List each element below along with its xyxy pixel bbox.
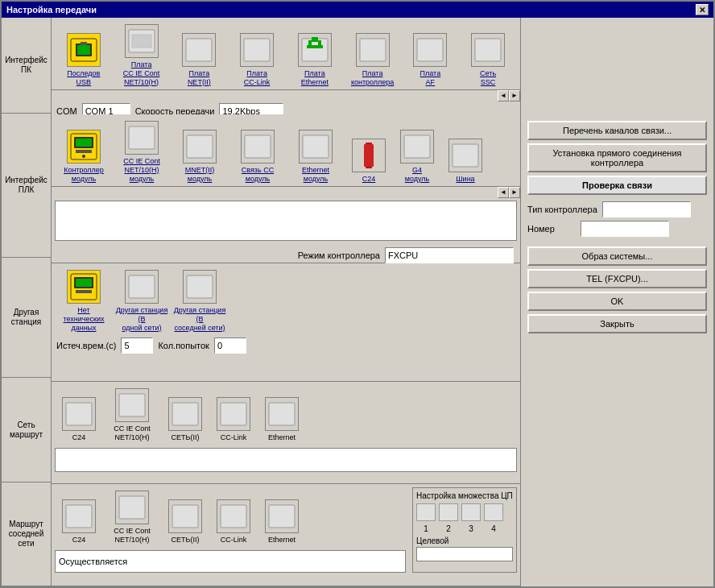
cpu-num-3: 3: [461, 524, 481, 533]
icon-nr-c24[interactable]: C24: [55, 395, 103, 444]
icon-rn-sety[interactable]: СЕТЬ(II): [161, 498, 209, 546]
net-icons-row: C24 CC IE ContNET/10(H): [52, 382, 520, 445]
icon-controller-module[interactable]: Контроллермодуль: [55, 128, 113, 185]
sidebar-item-net-route: Сеть маршрут: [2, 378, 51, 482]
icon-no-tech-data[interactable]: Нет техническихданных: [55, 268, 113, 333]
net-route-info: [55, 448, 517, 472]
icon-nr-cc-link[interactable]: CC-Link: [209, 395, 258, 444]
icon-label-rn-c24: C24: [72, 536, 86, 545]
icon-label-bus-module: Шина: [456, 175, 474, 184]
icon-bus-module[interactable]: Шина: [441, 137, 490, 185]
btn-check-connection[interactable]: Проверка связи: [527, 176, 707, 195]
timeout-label: Истеч.врем.(с): [56, 341, 116, 350]
multi-cpu-box: Настройка множества ЦП 1 2 3: [412, 487, 517, 574]
section-interface-pc: ПоследовUSB ПлатаCC IE ContNET/10(H): [52, 18, 520, 114]
icon-rn-ethernet[interactable]: Ethernet: [258, 498, 306, 546]
btn-close[interactable]: Закрыть: [527, 314, 707, 333]
cpu-slot-1[interactable]: [416, 503, 436, 521]
svg-rect-23: [245, 135, 271, 158]
scroll-left-plc[interactable]: ◄: [498, 187, 509, 198]
btn-tel[interactable]: TEL (FXCPU)...: [527, 269, 707, 288]
btn-system-image[interactable]: Образ системы...: [527, 246, 707, 266]
icon-c24-module[interactable]: C24: [345, 137, 393, 185]
svg-rect-3: [81, 42, 87, 45]
svg-rect-39: [269, 403, 295, 425]
btn-channel-list[interactable]: Перечень каналов связи...: [527, 121, 707, 140]
icon-rn-cc-link[interactable]: CC-Link: [209, 498, 258, 546]
icon-label-rn-sety: СЕТЬ(II): [172, 536, 200, 545]
icon-label-net-ii: ПлатаNET(II): [188, 69, 211, 87]
route-neighbor-left: C24 CC IE ContNET/10(H): [52, 484, 409, 577]
section-other-station: Нет техническихданных Другая станция (Во…: [52, 263, 520, 382]
svg-rect-18: [76, 139, 92, 147]
icon-rn-cc-ie[interactable]: CC IE ContNET/10(H): [103, 489, 161, 546]
svg-rect-31: [76, 279, 92, 287]
controller-type-input[interactable]: [602, 201, 691, 217]
icon-controller-board[interactable]: Платаконтроллера: [344, 31, 402, 89]
icon-ethernet-board[interactable]: ПлатаEthernet: [286, 31, 344, 89]
scroll-left-pc[interactable]: ◄: [498, 90, 509, 101]
right-spacer-top: [524, 21, 710, 118]
cpu-num-4: 4: [484, 524, 503, 533]
icon-same-net[interactable]: Другая станция (Водной сети): [113, 268, 171, 333]
cpu-slot-4[interactable]: [484, 503, 503, 521]
icon-nr-ethernet[interactable]: Ethernet: [258, 395, 306, 444]
svg-rect-13: [360, 39, 386, 61]
sidebar-item-route-neighbor: Маршрут соседней сети: [2, 482, 51, 586]
icon-mnet-module[interactable]: MNET(II)модуль: [171, 128, 229, 185]
svg-rect-42: [172, 505, 198, 528]
plc-info-area: [55, 201, 517, 241]
scroll-right-pc[interactable]: ►: [509, 90, 520, 101]
scroll-bar-plc[interactable]: ◄ ►: [52, 186, 520, 197]
scroll-bar-pc[interactable]: ◄ ►: [52, 89, 520, 101]
number-input[interactable]: [581, 221, 669, 237]
close-button[interactable]: ✕: [696, 4, 709, 15]
icon-label-ethernet-board: ПлатаEthernet: [301, 69, 329, 87]
retry-input[interactable]: [214, 337, 246, 354]
route-neighbor-content: C24 CC IE ContNET/10(H): [52, 484, 520, 577]
icon-rn-c24[interactable]: C24: [55, 498, 103, 546]
icon-label-nr-c24: C24: [72, 433, 86, 442]
svg-rect-37: [172, 403, 198, 425]
timeout-bar: Истеч.врем.(с) Кол.попыток: [52, 335, 520, 356]
btn-ok[interactable]: OK: [527, 292, 707, 311]
sidebar-item-other-station: Другая станция: [2, 258, 51, 378]
multi-cpu-title: Настройка множества ЦП: [416, 491, 513, 500]
cpu-slot-2[interactable]: [439, 503, 458, 521]
svg-rect-38: [221, 403, 246, 425]
icon-label-controller-module: Контроллермодуль: [64, 166, 104, 184]
icon-last-usb[interactable]: ПоследовUSB: [55, 31, 113, 89]
icon-nr-sety[interactable]: СЕТЬ(II): [161, 395, 209, 444]
icon-af-board[interactable]: ПлатаAF: [402, 31, 460, 89]
icon-label-neighbor-net: Другая станция (Всоседней сети): [172, 306, 227, 332]
target-input-area[interactable]: [416, 547, 513, 561]
icon-label-af-board: ПлатаAF: [420, 69, 441, 87]
cpu-num-2: 2: [439, 524, 458, 533]
icon-cc-link-module[interactable]: Связь CCмодуль: [229, 128, 287, 185]
icon-label-rn-cc-ie: CC IE ContNET/10(H): [114, 527, 151, 545]
icon-neighbor-net[interactable]: Другая станция (Всоседней сети): [171, 268, 229, 333]
icon-ssc-board[interactable]: СетьSSC: [459, 31, 517, 89]
svg-rect-7: [244, 39, 270, 61]
svg-rect-5: [132, 35, 151, 48]
icon-ethernet-module[interactable]: Ethernetмодуль: [287, 128, 345, 185]
icon-nr-cc-ie[interactable]: CC IE ContNET/10(H): [103, 387, 161, 444]
controller-mode-input[interactable]: [385, 247, 514, 263]
icon-g4-module[interactable]: G4модуль: [393, 128, 441, 185]
icon-label-cc-link: ПлатаCC-Link: [244, 69, 271, 87]
sidebar-label-net-route: Сеть маршрут: [10, 420, 43, 440]
icon-cc-link[interactable]: ПлатаCC-Link: [228, 31, 286, 89]
svg-rect-43: [221, 505, 246, 528]
sidebar-label-interface-pc: Интерфейс ПК: [5, 56, 48, 75]
icon-cc-ie-module[interactable]: CC IE ContNET/10(H)модуль: [113, 119, 171, 184]
icon-label-rn-ethernet: Ethernet: [268, 536, 296, 545]
cpu-slot-3[interactable]: [461, 503, 481, 521]
section-route-neighbor: C24 CC IE ContNET/10(H): [52, 484, 520, 586]
timeout-input[interactable]: [121, 337, 153, 354]
icon-cc-ie-net[interactable]: ПлатаCC IE ContNET/10(H): [113, 23, 171, 88]
scroll-right-plc[interactable]: ►: [509, 187, 520, 198]
icon-net-ii[interactable]: ПлатаNET(II): [171, 31, 229, 89]
section-net-route: C24 CC IE ContNET/10(H): [52, 382, 520, 484]
btn-direct-connect[interactable]: Установка прямого соединения контроллера: [527, 143, 707, 172]
icon-label-cc-ie-net: ПлатаCC IE ContNET/10(H): [123, 60, 160, 86]
